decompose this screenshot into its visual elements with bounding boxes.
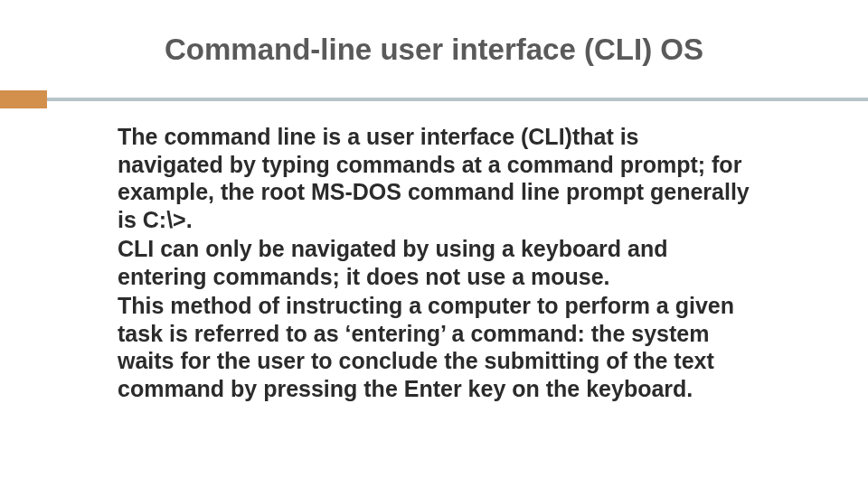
body-paragraph: The command line is a user interface (CL… xyxy=(118,123,750,233)
accent-box xyxy=(0,90,47,108)
slide-title: Command-line user interface (CLI) OS xyxy=(0,33,868,67)
body-paragraph: This method of instructing a computer to… xyxy=(118,292,750,402)
slide-body: The command line is a user interface (CL… xyxy=(118,123,750,404)
body-paragraph: CLI can only be navigated by using a key… xyxy=(118,235,750,290)
divider-line xyxy=(47,98,868,101)
title-divider xyxy=(0,90,868,108)
slide: Command-line user interface (CLI) OS The… xyxy=(0,0,868,488)
